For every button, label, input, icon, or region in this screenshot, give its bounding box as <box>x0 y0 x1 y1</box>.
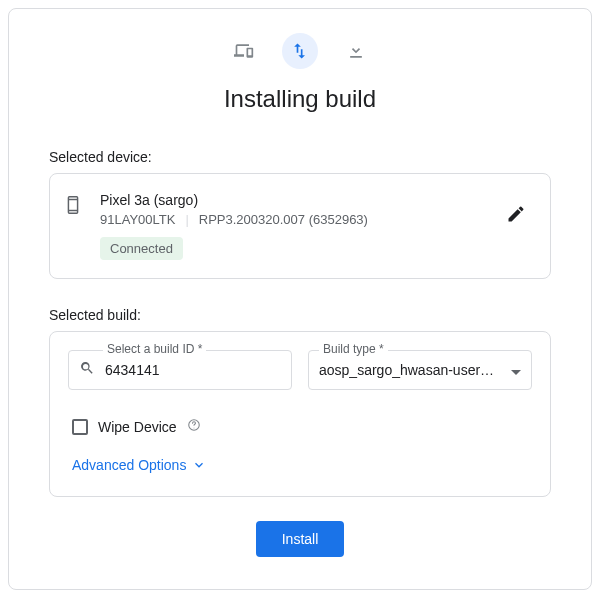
search-icon <box>79 360 95 380</box>
help-icon[interactable] <box>187 418 201 436</box>
build-fields: Select a build ID * Build type * aosp_sa… <box>68 350 532 390</box>
step-device[interactable] <box>226 33 262 69</box>
edit-device-button[interactable] <box>502 200 530 232</box>
step-indicator <box>49 33 551 69</box>
dropdown-icon <box>511 361 521 379</box>
device-name: Pixel 3a (sargo) <box>100 192 486 208</box>
devices-icon <box>234 41 254 61</box>
advanced-options-toggle[interactable]: Advanced Options <box>72 457 206 473</box>
footer-actions: Install <box>49 521 551 557</box>
flash-card: Installing build Selected device: Pixel … <box>8 8 592 590</box>
device-meta: 91LAY00LTK | RPP3.200320.007 (6352963) <box>100 212 486 227</box>
phone-icon <box>62 192 84 220</box>
swap-icon <box>290 41 310 61</box>
device-build-string: RPP3.200320.007 (6352963) <box>199 212 368 227</box>
download-icon <box>346 41 366 61</box>
page-title: Installing build <box>49 85 551 113</box>
device-info: Pixel 3a (sargo) 91LAY00LTK | RPP3.20032… <box>100 192 486 260</box>
chevron-down-icon <box>192 458 206 472</box>
wipe-checkbox[interactable] <box>72 419 88 435</box>
meta-separator: | <box>185 212 188 227</box>
status-badge: Connected <box>100 237 183 260</box>
device-serial: 91LAY00LTK <box>100 212 175 227</box>
step-install[interactable] <box>282 33 318 69</box>
advanced-options-label: Advanced Options <box>72 457 186 473</box>
build-card: Select a build ID * Build type * aosp_sa… <box>49 331 551 497</box>
build-type-field[interactable]: Build type * aosp_sargo_hwasan-user… <box>308 350 532 390</box>
wipe-device-row[interactable]: Wipe Device <box>72 418 532 436</box>
build-id-label: Select a build ID * <box>103 342 206 356</box>
selected-device-label: Selected device: <box>49 149 551 165</box>
build-id-input[interactable] <box>103 361 281 379</box>
build-type-label: Build type * <box>319 342 388 356</box>
install-button[interactable]: Install <box>256 521 345 557</box>
device-card: Pixel 3a (sargo) 91LAY00LTK | RPP3.20032… <box>49 173 551 279</box>
step-download[interactable] <box>338 33 374 69</box>
wipe-label: Wipe Device <box>98 419 177 435</box>
pencil-icon <box>506 204 526 224</box>
build-type-value: aosp_sargo_hwasan-user… <box>319 362 503 378</box>
build-id-field[interactable]: Select a build ID * <box>68 350 292 390</box>
selected-build-label: Selected build: <box>49 307 551 323</box>
svg-point-4 <box>193 427 194 428</box>
